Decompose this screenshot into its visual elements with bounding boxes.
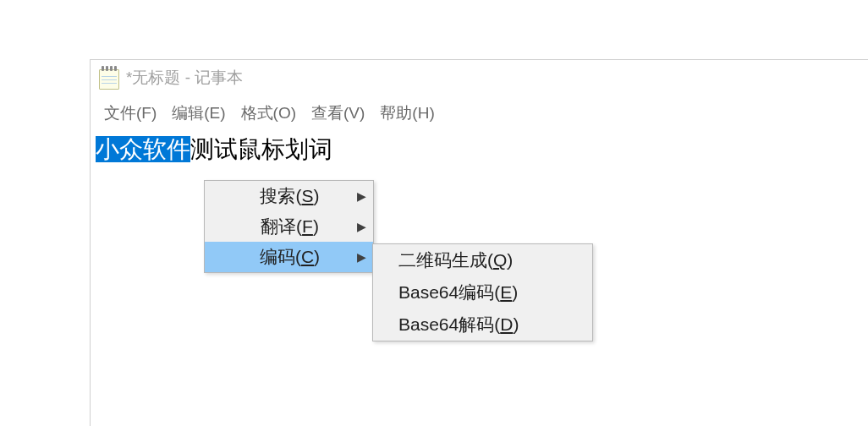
context-menu: 搜索(S) ▶ 翻译(F) ▶ 编码(C) ▶ [204,180,374,273]
menubar: 文件(F) 编辑(E) 格式(O) 查看(V) 帮助(H) [91,96,868,133]
submenu-item-label: 二维码生成(Q) [398,248,582,272]
notepad-icon [99,66,119,90]
menu-item-label: 搜索(S) [230,184,349,208]
menu-format[interactable]: 格式(O) [236,101,301,126]
chevron-right-icon: ▶ [349,189,366,203]
menu-help[interactable]: 帮助(H) [375,101,439,126]
menu-item-translate[interactable]: 翻译(F) ▶ [205,211,373,242]
menu-view[interactable]: 查看(V) [306,101,370,126]
menu-edit[interactable]: 编辑(E) [167,101,230,126]
selected-text[interactable]: 小众软件 [96,136,190,162]
submenu-item-qrcode[interactable]: 二维码生成(Q) [373,244,592,276]
submenu-item-base64encode[interactable]: Base64编码(E) [373,276,592,309]
editor-text[interactable]: 测试鼠标划词 [190,136,332,162]
editor-area[interactable]: 小众软件测试鼠标划词 [91,133,868,167]
chevron-right-icon: ▶ [349,220,366,233]
chevron-right-icon: ▶ [349,250,366,264]
submenu-encode: 二维码生成(Q) Base64编码(E) Base64解码(D) [372,243,593,341]
menu-item-encode[interactable]: 编码(C) ▶ [205,242,373,272]
window-title: *无标题 - 记事本 [126,67,243,89]
submenu-item-label: Base64编码(E) [398,281,582,304]
menu-item-label: 翻译(F) [230,215,349,238]
menu-item-label: 编码(C) [230,245,349,269]
submenu-item-label: Base64解码(D) [398,313,582,336]
menu-file[interactable]: 文件(F) [99,101,162,126]
titlebar: *无标题 - 记事本 [91,60,868,96]
menu-item-search[interactable]: 搜索(S) ▶ [205,181,373,211]
submenu-item-base64decode[interactable]: Base64解码(D) [373,309,592,341]
